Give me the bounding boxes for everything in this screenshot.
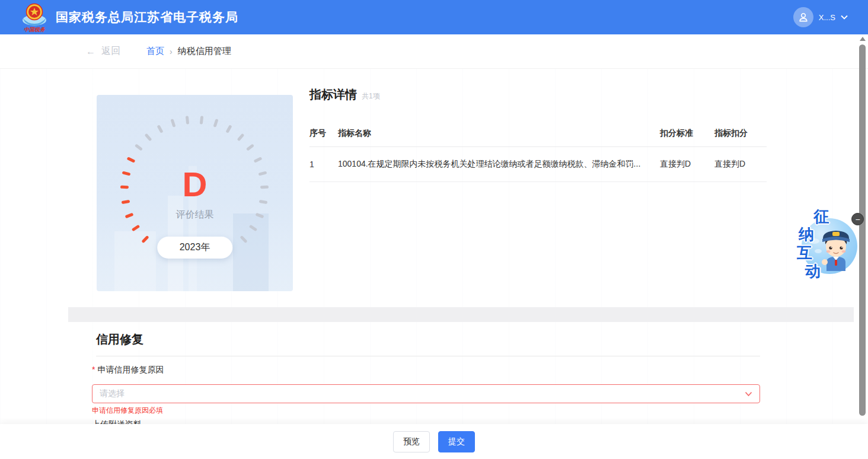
indicator-details-panel: 指标详情 共1项 序号 指标名称 扣分标准 指标扣分 1 100104.在规定期…	[309, 95, 767, 291]
chevron-down-icon	[841, 15, 848, 20]
breadcrumb: 首页 › 纳税信用管理	[146, 46, 231, 57]
select-chevron-down-icon	[745, 391, 752, 397]
column-header-no: 序号	[309, 120, 338, 147]
assistant-char-3: 互	[797, 245, 812, 260]
breadcrumb-separator: ›	[170, 47, 173, 56]
indicator-count-label: 共1项	[362, 91, 380, 101]
user-name: X...S	[819, 13, 835, 22]
indicator-table-header: 序号 指标名称 扣分标准 指标扣分	[309, 120, 767, 147]
back-arrow-icon: ←	[86, 46, 95, 57]
assistant-char-4: 动	[805, 263, 821, 279]
person-icon	[797, 11, 809, 23]
svg-text:中国税务: 中国税务	[24, 27, 46, 32]
cell-standard: 直接判D	[660, 147, 714, 182]
cell-indicator-name: 100104.在规定期限内未按税务机关处理结论缴纳或者足额缴纳税款、滞纳金和罚.…	[338, 147, 660, 182]
column-header-standard: 扣分标准	[660, 120, 714, 147]
assistant-collapse-button[interactable]: −	[851, 213, 864, 225]
scroll-up-arrow-icon[interactable]	[860, 37, 866, 41]
credit-rating-card: D 评价结果 2023年	[97, 95, 293, 291]
upload-attachment-label: 上传附送资料	[92, 419, 854, 424]
select-placeholder: 请选择	[100, 388, 745, 399]
indicator-table: 序号 指标名称 扣分标准 指标扣分 1 100104.在规定期限内未按税务机关处…	[309, 120, 767, 182]
tax-bureau-logo-icon: 中国税务	[21, 2, 47, 32]
required-asterisk: *	[92, 365, 95, 374]
credit-repair-title: 信用修复	[96, 331, 854, 348]
submit-button[interactable]: 提交	[438, 431, 475, 452]
credit-grade-label: 评价结果	[97, 209, 293, 221]
scrollbar-thumb[interactable]	[859, 44, 866, 416]
user-avatar[interactable]	[793, 7, 813, 27]
rating-year-badge: 2023年	[157, 237, 233, 259]
column-header-name: 指标名称	[338, 120, 660, 147]
table-row: 1 100104.在规定期限内未按税务机关处理结论缴纳或者足额缴纳税款、滞纳金和…	[309, 147, 767, 182]
back-label: 返回	[101, 45, 120, 58]
user-menu[interactable]: X...S	[793, 7, 848, 27]
vertical-scrollbar[interactable]	[859, 34, 867, 459]
section-divider-band	[68, 307, 854, 322]
title-divider	[96, 356, 760, 356]
repair-reason-select[interactable]: 请选择	[92, 384, 760, 403]
breadcrumb-home-link[interactable]: 首页	[146, 46, 164, 57]
main-content: D 评价结果 2023年 指标详情 共1项 序号 指标名称 扣分标准 指标扣分	[0, 69, 868, 424]
column-header-deduction: 指标扣分	[714, 120, 767, 147]
tax-officer-mascot-icon	[815, 225, 856, 272]
breadcrumb-current: 纳税信用管理	[178, 46, 231, 57]
breadcrumb-bar: ← 返回 首页 › 纳税信用管理	[0, 34, 868, 69]
back-button[interactable]: ← 返回	[86, 45, 120, 58]
top-header-bar: 中国税务 国家税务总局江苏省电子税务局 X...S	[0, 0, 868, 34]
action-footer: 预览 提交	[0, 424, 868, 459]
credit-repair-section: 信用修复 *申请信用修复原因 请选择 申请信用修复原因必填 上传附送资料	[68, 322, 854, 424]
indicator-details-title: 指标详情	[309, 87, 357, 103]
cell-no: 1	[309, 147, 338, 182]
assistant-char-1: 征	[813, 209, 829, 224]
assistant-char-2: 纳	[799, 227, 814, 242]
preview-button[interactable]: 预览	[393, 431, 430, 452]
page-title: 国家税务总局江苏省电子税务局	[56, 9, 238, 26]
cell-deduction: 直接判D	[714, 147, 767, 182]
reason-required-error: 申请信用修复原因必填	[92, 406, 854, 415]
credit-grade-value: D	[97, 167, 293, 202]
repair-reason-label: *申请信用修复原因	[92, 364, 854, 375]
